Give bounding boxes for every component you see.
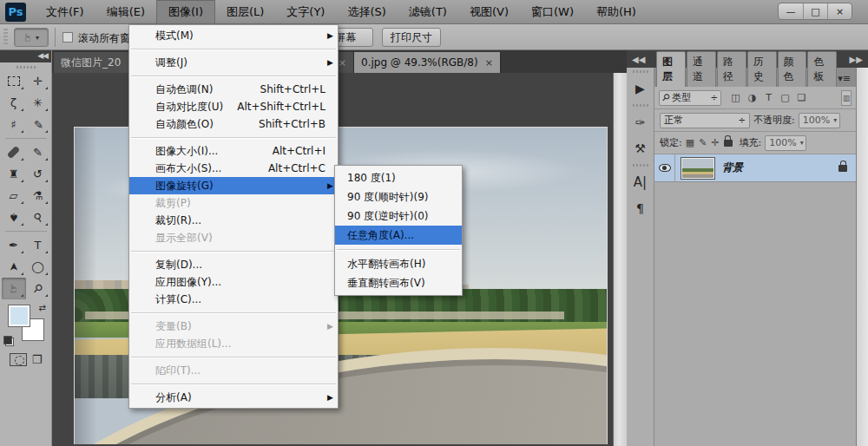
layer-filter-type-select[interactable]: ⚲ 类型 ÷	[659, 90, 721, 106]
image-menu-item[interactable]: 调整(J)▶	[129, 54, 338, 71]
image-menu-item[interactable]: 图像旋转(G)▶	[129, 177, 338, 194]
document-tab[interactable]: 0.jpg @ 49.3%(RGB/8)×	[354, 52, 501, 73]
rotate-submenu-item[interactable]: 垂直翻转画布(V)	[335, 273, 462, 292]
menubar-item-3[interactable]: 图层(L)	[215, 0, 275, 23]
panel-tab-3[interactable]: 历史	[747, 51, 777, 87]
image-menu-item[interactable]: 自动对比度(U)Alt+Shift+Ctrl+L	[129, 98, 338, 115]
rotate-submenu-item[interactable]: 180 度(1)	[335, 168, 462, 187]
rotate-submenu-item[interactable]: 90 度(顺时针)(9)	[335, 187, 462, 207]
panel-tab-5[interactable]: 色板	[807, 51, 837, 87]
character-panel-icon[interactable]: A|	[628, 169, 653, 195]
rotate-submenu-item[interactable]: 水平翻转画布(H)	[335, 254, 462, 273]
expand-dock-icon[interactable]: ▶▶	[850, 55, 863, 64]
menubar-item-1[interactable]: 编辑(E)	[95, 0, 156, 23]
menubar-item-2[interactable]: 图像(I)	[156, 0, 215, 23]
menubar-item-6[interactable]: 滤镜(T)	[398, 0, 458, 23]
minimize-button[interactable]: —	[779, 3, 803, 19]
filter-smart-objects-icon[interactable]: ❏	[794, 90, 809, 105]
rectangular-marquee-tool[interactable]	[2, 70, 26, 92]
zoom-tool[interactable]: ⚲	[26, 278, 50, 299]
brush-panel-icon[interactable]: ✑	[628, 109, 653, 135]
brush-presets-panel-icon[interactable]: ⚒	[628, 135, 653, 161]
filter-shape-layers-icon[interactable]: ▢	[778, 90, 792, 105]
options-grip-handle[interactable]	[3, 29, 8, 46]
panel-tab-4[interactable]: 颜色	[778, 51, 807, 87]
collapse-tools-icon[interactable]: ◀◀	[0, 50, 51, 62]
blend-mode-select[interactable]: 正常 ÷	[660, 113, 750, 128]
filter-toggle-switch[interactable]: ▥	[841, 90, 852, 106]
layer-visibility-toggle[interactable]	[654, 154, 675, 181]
crop-tool[interactable]: ♯	[2, 114, 26, 135]
image-menu-item[interactable]: 模式(M)▶	[129, 27, 338, 44]
image-menu-item[interactable]: 自动色调(N)Shift+Ctrl+L	[129, 81, 338, 98]
image-menu-item[interactable]: 复制(D)...	[129, 256, 338, 273]
image-menu-item[interactable]: 裁剪(P)	[129, 194, 338, 212]
tools-grip-handle[interactable]	[16, 66, 36, 69]
close-button[interactable]: ×	[827, 3, 852, 19]
quick-mask-button[interactable]	[10, 353, 27, 366]
panel-tab-1[interactable]: 通道	[687, 51, 716, 87]
panel-tab-0[interactable]: 图层	[656, 51, 686, 87]
menubar-item-9[interactable]: 帮助(H)	[585, 0, 648, 23]
menubar-item-4[interactable]: 文字(Y)	[275, 0, 336, 23]
screen-mode-button[interactable]: ❐	[32, 353, 43, 366]
image-menu-item[interactable]: 应用数据组(L)...	[129, 335, 338, 352]
foreground-color-swatch[interactable]	[8, 305, 30, 327]
paragraph-panel-icon[interactable]: ¶	[628, 195, 653, 221]
lock-paint-icon[interactable]: ✎	[699, 137, 707, 148]
filter-pixel-layers-icon[interactable]: ◫	[728, 90, 743, 105]
layer-row-background[interactable]: 背景	[654, 154, 856, 182]
filter-adjustment-layers-icon[interactable]: ◑	[745, 90, 760, 105]
swap-colors-icon[interactable]: ⇄	[39, 303, 46, 312]
lock-transparency-icon[interactable]: ▦	[686, 137, 694, 148]
scroll-all-windows-checkbox[interactable]	[62, 32, 73, 43]
image-menu-item[interactable]: 分析(A)▶	[129, 389, 338, 406]
paint-bucket-tool[interactable]: ⚗	[26, 185, 50, 207]
pen-tool[interactable]: ✒	[2, 234, 26, 256]
magic-wand-tool[interactable]: ✳	[26, 92, 50, 114]
default-colors-icon[interactable]	[3, 336, 14, 346]
clone-stamp-tool[interactable]: ♜	[2, 163, 26, 185]
image-menu-item[interactable]: 图像大小(I)...Alt+Ctrl+I	[129, 142, 338, 160]
image-menu-item[interactable]: 画布大小(S)...Alt+Ctrl+C	[129, 160, 338, 177]
canvas-scrollbar[interactable]	[613, 73, 627, 446]
image-menu-item[interactable]: 自动颜色(O)Shift+Ctrl+B	[129, 115, 338, 133]
ellipse-tool[interactable]: ◯	[26, 256, 50, 278]
tab-close-icon[interactable]: ×	[339, 57, 346, 69]
blur-tool[interactable]: ♠	[2, 207, 26, 228]
type-tool[interactable]: T	[26, 234, 50, 256]
panel-menu-icon[interactable]: ▾≡	[838, 73, 856, 87]
collapse-dock-icon[interactable]: ◀◀	[632, 55, 645, 64]
lock-all-icon[interactable]	[724, 140, 733, 147]
lock-position-icon[interactable]: ✛	[711, 137, 719, 148]
hand-tool[interactable]: ☞	[2, 278, 26, 299]
opacity-input[interactable]: 100% ▾	[799, 113, 840, 128]
layer-thumbnail[interactable]	[681, 157, 715, 180]
panel-tab-2[interactable]: 路径	[717, 51, 746, 87]
maximize-button[interactable]: □	[803, 3, 827, 19]
fill-input[interactable]: 100% ▾	[765, 135, 806, 151]
tab-close-icon[interactable]: ×	[485, 57, 493, 69]
dodge-tool[interactable]: ⚲	[26, 207, 50, 228]
healing-brush-tool[interactable]	[2, 141, 26, 163]
path-selection-tool[interactable]: ➤	[2, 256, 26, 278]
menubar-item-7[interactable]: 视图(V)	[458, 0, 520, 23]
print-size-button[interactable]: 打印尺寸	[382, 28, 441, 47]
menubar-item-0[interactable]: 文件(F)	[35, 0, 95, 23]
image-menu-item[interactable]: 陷印(T)...	[129, 362, 338, 379]
move-tool[interactable]: ✛	[26, 70, 50, 92]
filter-type-layers-icon[interactable]: T	[761, 90, 776, 105]
eraser-tool[interactable]: ▱	[2, 185, 26, 207]
menubar-item-8[interactable]: 窗口(W)	[520, 0, 585, 23]
menubar-item-5[interactable]: 选择(S)	[336, 0, 397, 23]
image-menu-item[interactable]: 变量(B)▶	[129, 318, 338, 335]
hand-tool-preset[interactable]: ☞ ▾	[14, 28, 49, 47]
history-brush-tool[interactable]: ↺	[26, 163, 50, 185]
image-menu-item[interactable]: 计算(C)...	[129, 291, 338, 308]
image-menu-item[interactable]: 裁切(R)...	[129, 212, 338, 229]
eyedropper-tool[interactable]: ✐	[26, 114, 50, 135]
actions-panel-icon[interactable]: ▶	[628, 75, 653, 102]
brush-tool[interactable]: ✎	[26, 141, 50, 163]
lasso-tool[interactable]: ζ	[2, 92, 26, 114]
rotate-submenu-item[interactable]: 任意角度(A)...	[335, 226, 462, 245]
